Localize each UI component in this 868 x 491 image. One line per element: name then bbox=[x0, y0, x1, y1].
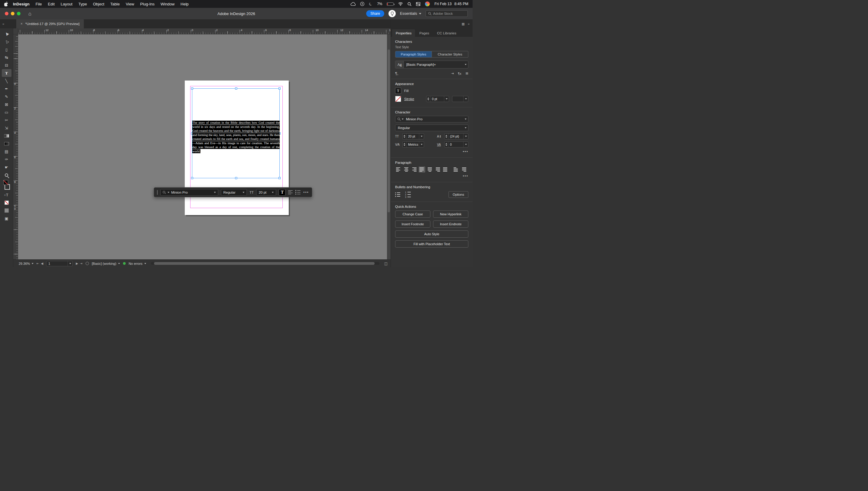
fill-color-swatch[interactable]: T bbox=[395, 88, 401, 94]
character-style-select[interactable]: Regular bbox=[395, 124, 468, 131]
stroke-color-swatch[interactable] bbox=[395, 96, 401, 102]
align-center-button[interactable] bbox=[403, 167, 410, 173]
menu-file[interactable]: File bbox=[33, 2, 45, 6]
text-frame-content[interactable]: The story of creation in the Bible descr… bbox=[192, 121, 280, 153]
menu-edit[interactable]: Edit bbox=[45, 2, 58, 6]
eyedropper-tool-button[interactable]: ✑ bbox=[2, 155, 11, 163]
vertical-scrollbar[interactable] bbox=[387, 34, 391, 259]
frame-handle-top-center[interactable] bbox=[235, 87, 237, 90]
home-icon[interactable]: ⌂ bbox=[28, 11, 31, 16]
minimize-window-button[interactable] bbox=[11, 12, 14, 16]
share-button[interactable]: Share bbox=[366, 10, 384, 17]
character-styles-button[interactable]: Character Styles bbox=[432, 51, 468, 57]
font-style-select[interactable]: Regular bbox=[221, 189, 247, 196]
justify-all-button[interactable] bbox=[442, 167, 449, 173]
vertical-ruler[interactable]: 0246810 bbox=[13, 34, 18, 259]
redefine-style-icon[interactable]: ⇥ bbox=[451, 71, 454, 76]
horizontal-scrollbar-thumb[interactable] bbox=[154, 262, 375, 265]
stepper-icon[interactable] bbox=[444, 142, 448, 147]
justify-right-button[interactable] bbox=[434, 167, 441, 173]
leading-field[interactable]: (24 pt) bbox=[444, 133, 468, 139]
screen-mode-button[interactable]: ▣ bbox=[2, 214, 11, 222]
numbered-list-icon[interactable]: 1 2 3 bbox=[405, 192, 411, 198]
workspace-switcher[interactable]: Essentials bbox=[400, 11, 421, 16]
user-avatar[interactable] bbox=[425, 1, 430, 6]
next-page-icon[interactable]: ▶ bbox=[76, 262, 78, 265]
zoom-level-select[interactable]: 29.36% bbox=[19, 262, 33, 265]
focus-moon-icon[interactable]: ☾ bbox=[368, 1, 373, 7]
font-family-select[interactable]: Minion Pro bbox=[160, 189, 218, 196]
tab-properties[interactable]: Properties bbox=[392, 29, 415, 37]
first-page-icon[interactable]: ⇤ bbox=[36, 262, 39, 265]
list-icon[interactable] bbox=[296, 190, 301, 195]
align-left-icon[interactable] bbox=[288, 190, 293, 195]
align-right-button[interactable] bbox=[411, 167, 417, 173]
more-paragraph-options-icon[interactable]: ••• bbox=[463, 174, 468, 178]
type-tool-button[interactable]: T bbox=[2, 69, 11, 77]
frame-handle-top-left[interactable] bbox=[191, 87, 193, 90]
free-transform-tool-button[interactable]: ⇲ bbox=[2, 124, 11, 132]
pasteboard[interactable]: The story of creation in the Bible descr… bbox=[18, 34, 391, 259]
stepper-icon[interactable] bbox=[403, 134, 407, 139]
formatting-affects-text-button[interactable]: ▫T bbox=[2, 191, 11, 199]
media-play-icon[interactable] bbox=[360, 2, 364, 6]
frame-handle-bottom-center[interactable] bbox=[235, 177, 237, 179]
gradient-swatch-tool-button[interactable] bbox=[2, 132, 11, 140]
frame-handle-top-right[interactable] bbox=[278, 87, 281, 90]
frame-tool-button[interactable]: ⊠ bbox=[2, 100, 11, 108]
indent-last-button[interactable] bbox=[461, 167, 467, 173]
apply-none-button[interactable] bbox=[2, 199, 11, 207]
stepper-icon[interactable] bbox=[403, 142, 407, 147]
stroke-weight-field[interactable]: 0 pt bbox=[426, 96, 449, 102]
fill-stroke-swatches-button[interactable] bbox=[2, 179, 11, 191]
wifi-icon[interactable] bbox=[398, 2, 403, 6]
last-page-icon[interactable]: ⇥ bbox=[80, 262, 82, 265]
kerning-field[interactable]: Metrics bbox=[402, 141, 424, 147]
more-options-icon[interactable]: ••• bbox=[303, 190, 309, 195]
menu-view[interactable]: View bbox=[123, 2, 137, 6]
paragraph-style-select[interactable]: Ag [Basic Paragraph]+ bbox=[395, 61, 468, 68]
menu-window[interactable]: Window bbox=[158, 2, 178, 6]
clear-overrides-icon[interactable]: ¶x bbox=[458, 72, 461, 76]
align-left-button[interactable] bbox=[395, 167, 402, 173]
quick-action-insert-footnote[interactable]: Insert Footnote bbox=[395, 221, 430, 228]
stepper-icon[interactable] bbox=[427, 96, 430, 102]
quick-action-new-hyperlink[interactable]: New Hyperlink bbox=[433, 210, 468, 218]
page-tool-button[interactable]: ▯ bbox=[2, 46, 11, 53]
horizontal-ruler[interactable]: 12108642024681012141 bbox=[18, 28, 391, 34]
collapse-panels-icon[interactable]: » bbox=[468, 22, 470, 26]
more-character-options-icon[interactable]: ••• bbox=[463, 150, 468, 154]
frame-handle-bottom-left[interactable] bbox=[191, 177, 193, 179]
document-tab[interactable]: × *Untitled-17 @ 29% [GPU Preview] bbox=[16, 19, 84, 28]
frame-handle-bottom-right[interactable] bbox=[278, 177, 281, 179]
menu-plug-ins[interactable]: Plug-Ins bbox=[137, 2, 158, 6]
ruler-origin-corner[interactable] bbox=[13, 28, 18, 34]
pencil-tool-button[interactable]: ✎ bbox=[2, 93, 11, 100]
font-size-select[interactable]: 20 pt bbox=[256, 189, 276, 196]
menu-object[interactable]: Object bbox=[90, 2, 107, 6]
text-fill-color-swatch[interactable]: T bbox=[279, 189, 285, 196]
menu-table[interactable]: Table bbox=[107, 2, 123, 6]
panel-grid-icon[interactable]: ▦ bbox=[461, 22, 464, 26]
close-tab-icon[interactable]: × bbox=[21, 22, 23, 26]
quick-action-fill-with-placeholder-text[interactable]: Fill with Placeholder Text bbox=[395, 240, 468, 248]
line-tool-button[interactable]: ╲ bbox=[2, 77, 11, 85]
zoom-tool-button[interactable] bbox=[2, 171, 11, 179]
font-size-field[interactable]: 20 pt bbox=[402, 133, 424, 139]
stroke-label[interactable]: Stroke bbox=[404, 97, 414, 101]
scissors-tool-button[interactable]: ✂ bbox=[2, 116, 11, 124]
discover-lightbulb-icon[interactable] bbox=[389, 10, 396, 17]
bulleted-list-icon[interactable] bbox=[395, 193, 400, 197]
text-frame[interactable]: The story of creation in the Bible descr… bbox=[192, 88, 280, 178]
quick-action-change-case[interactable]: Change Case bbox=[395, 210, 430, 218]
quick-action-insert-endnote[interactable]: Insert Endnote bbox=[433, 221, 468, 228]
gap-tool-button[interactable]: ↹ bbox=[2, 53, 11, 61]
adobe-stock-search[interactable] bbox=[426, 10, 468, 17]
menu-layout[interactable]: Layout bbox=[58, 2, 75, 6]
preflight-icon[interactable] bbox=[86, 262, 89, 265]
paragraph-styles-button[interactable]: Paragraph Styles bbox=[396, 51, 432, 57]
hand-tool-button[interactable]: ☛ bbox=[2, 163, 11, 171]
rectangle-tool-button[interactable]: ▭ bbox=[2, 108, 11, 116]
previous-page-icon[interactable]: ◀ bbox=[41, 262, 43, 265]
preflight-profile-select[interactable]: [Basic] (working) bbox=[92, 262, 120, 265]
